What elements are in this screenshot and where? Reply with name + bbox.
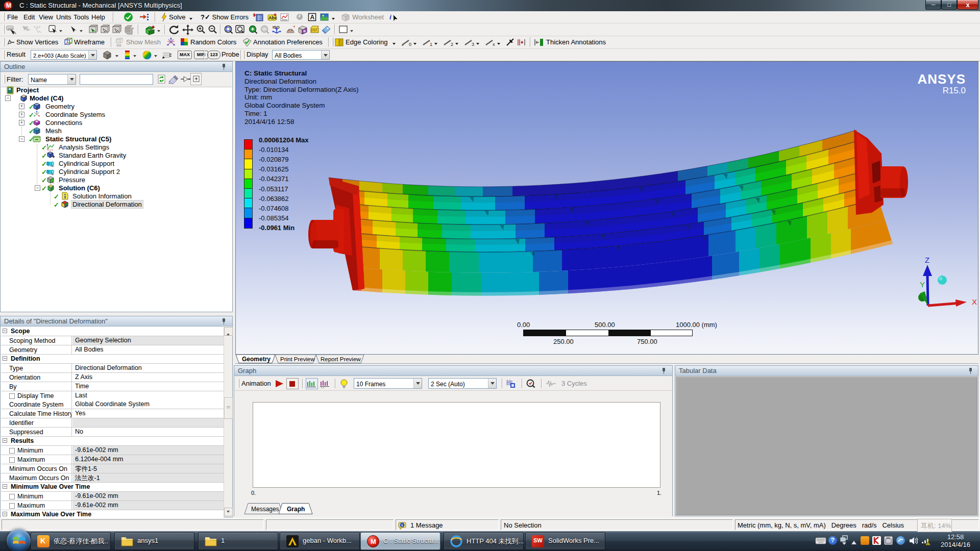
svg-text:Geometry: Geometry <box>242 356 271 363</box>
svg-text:3: 3 <box>472 42 474 46</box>
svg-text:Z: Z <box>925 256 929 264</box>
svg-text:A: A <box>310 14 315 21</box>
svg-text:i: i <box>402 523 403 528</box>
svg-text:1: 1 <box>430 42 432 46</box>
svg-text:Messages: Messages <box>251 506 279 513</box>
svg-text:2: 2 <box>451 42 453 46</box>
svg-text:x,y,z: x,y,z <box>34 25 40 29</box>
svg-text:Graph: Graph <box>287 506 305 513</box>
svg-text:X: X <box>972 297 977 306</box>
svg-text:Abc: Abc <box>268 15 277 20</box>
svg-text:100: 100 <box>8 27 13 30</box>
svg-text:Report Preview: Report Preview <box>321 356 361 362</box>
svg-text:Y: Y <box>920 280 925 289</box>
svg-text:0: 0 <box>409 42 411 46</box>
svg-text:Print Preview: Print Preview <box>280 356 315 362</box>
svg-text:x: x <box>493 42 495 46</box>
svg-text:!: ! <box>927 541 929 546</box>
